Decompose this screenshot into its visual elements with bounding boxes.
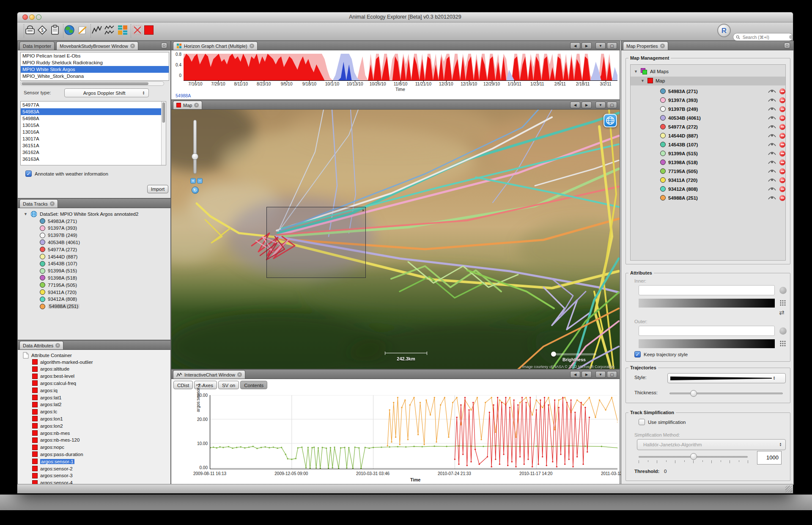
remove-layer-icon[interactable] (779, 142, 785, 148)
panel-minimize-button[interactable] (161, 43, 167, 48)
style-dropdown[interactable] (667, 373, 786, 383)
close-tab-icon[interactable] (660, 44, 665, 48)
attribute-list-item[interactable]: argos:lat2 (32, 402, 62, 407)
palette-grid-icon[interactable] (779, 300, 787, 306)
thickness-knob[interactable] (690, 390, 697, 397)
simplification-value-box[interactable]: 1000 (757, 451, 782, 465)
attribute-list-item[interactable]: argos:lc (32, 409, 57, 415)
title-bar[interactable]: Animal Ecology Explorer [Beta] v0.3 b201… (17, 12, 793, 22)
tab-map-properties[interactable]: Map Properties (623, 41, 668, 50)
attribute-list-item[interactable]: argos:sensor-2 (32, 466, 73, 471)
ichart-button-contents[interactable]: Contents (240, 381, 267, 389)
track-list-item[interactable]: 14543B (107) (40, 261, 77, 267)
visibility-eye-icon[interactable] (768, 159, 776, 167)
panel-menu-button[interactable] (595, 371, 606, 378)
attribute-list-item[interactable]: argos:lon1 (32, 416, 63, 421)
sensor-list-vscrollbar[interactable] (161, 102, 166, 165)
dataset-row[interactable]: DataSet: MPIO White Stork Argos annotate… (24, 211, 138, 217)
study-list[interactable]: MPIO Pelican Israel E-ObsMPIO Ruddy Shel… (20, 52, 169, 81)
all-maps-row[interactable]: All Maps (634, 68, 669, 75)
globe-icon[interactable] (63, 24, 75, 36)
map-management-item[interactable]: 93411A (720) (660, 177, 697, 183)
prev-view-button[interactable] (570, 371, 580, 378)
map-management-item[interactable]: 91397B (249) (660, 106, 698, 112)
visibility-eye-icon[interactable] (768, 97, 776, 104)
close-tab-icon[interactable] (194, 103, 199, 107)
remove-layer-icon[interactable] (779, 133, 785, 139)
attribute-list-item[interactable]: argos:nb-mes (32, 430, 70, 436)
tab-data-tracks[interactable]: Data Tracks (19, 199, 58, 208)
visibility-eye-icon[interactable] (768, 106, 776, 113)
sensor-list-item[interactable]: 13017A (21, 135, 166, 142)
close-tab-icon[interactable] (250, 44, 254, 48)
outer-attribute-field[interactable] (639, 326, 775, 336)
map-management-item[interactable]: 14544D (887) (660, 133, 698, 138)
next-view-button[interactable] (582, 42, 592, 49)
track-list-item[interactable]: 93412A (808) (40, 297, 77, 302)
map-view[interactable]: × + − ↻ 242.3km Brightness Image courtes… (171, 110, 620, 369)
attribute-list-item[interactable]: argos:sensor-3 (32, 473, 73, 478)
map-globe-button[interactable] (604, 114, 617, 127)
map-management-item[interactable]: 91398A (518) (660, 159, 698, 165)
attribute-list-item[interactable]: argos:best-level (32, 374, 74, 379)
remove-layer-icon[interactable] (779, 124, 785, 130)
remove-layer-icon[interactable] (779, 177, 785, 183)
disclosure-icon[interactable] (634, 69, 638, 74)
sensor-list[interactable]: 54977A54983A54988A13015A13016A13017A3615… (20, 101, 166, 165)
map-management-item[interactable]: 54977A (272) (660, 124, 698, 129)
attribute-list-item[interactable]: argos:nopc (32, 445, 64, 450)
tab-interactive-chart[interactable]: InteractiveChart Window (173, 370, 245, 379)
visibility-eye-icon[interactable] (768, 141, 776, 149)
keep-style-checkbox[interactable] (634, 351, 641, 357)
sensor-list-item[interactable]: 54977A (21, 102, 166, 108)
sensor-list-item[interactable]: 36162A (21, 149, 166, 156)
zoom-out-button[interactable]: − (197, 178, 203, 184)
panel-menu-button[interactable] (595, 102, 606, 108)
visibility-eye-icon[interactable] (768, 132, 776, 140)
map-management-item[interactable]: 54988A (251) (660, 195, 698, 201)
import-drawer-icon[interactable] (24, 24, 36, 36)
palette-grid-icon[interactable] (779, 340, 787, 347)
visibility-eye-icon[interactable] (768, 115, 776, 122)
track-list-item[interactable]: 54988A (251) (40, 304, 80, 309)
map-management-item[interactable]: 54983A (271) (660, 88, 698, 94)
visibility-eye-icon[interactable] (768, 195, 776, 202)
sensor-list-item[interactable]: 36151A (21, 142, 166, 149)
annotate-checkbox[interactable] (25, 170, 32, 177)
visibility-eye-icon[interactable] (768, 186, 776, 193)
ichart-button-cdist[interactable]: CDist (173, 381, 193, 389)
simplification-knob[interactable] (690, 453, 697, 460)
outer-color-button[interactable] (779, 327, 787, 335)
interactive-chart[interactable] (210, 395, 617, 469)
study-list-item[interactable]: MPIO White Stork Argos (21, 66, 169, 73)
sensor-list-item[interactable]: 54983A (21, 108, 166, 115)
visibility-eye-icon[interactable] (768, 177, 776, 184)
close-tab-icon[interactable] (237, 372, 242, 377)
visibility-eye-icon[interactable] (768, 150, 776, 158)
visibility-eye-icon[interactable] (768, 168, 776, 176)
remove-x-icon[interactable] (132, 24, 143, 36)
tag-icon[interactable]: $ (36, 24, 48, 36)
method-dropdown[interactable]: Halldór-Janetzko-Algorithm (637, 439, 786, 450)
panel-minimize-button[interactable] (784, 43, 790, 48)
recenter-button[interactable]: ↻ (192, 187, 199, 194)
brightness-slider[interactable] (554, 353, 596, 355)
sensor-type-dropdown[interactable]: Argos Doppler Shift (64, 88, 149, 97)
tab-movebank-browser[interactable]: MovebankStudyBrowser Window (56, 41, 138, 50)
maximize-panel-button[interactable] (607, 42, 617, 49)
remove-layer-icon[interactable] (779, 186, 785, 192)
disclosure-icon[interactable] (24, 212, 28, 216)
next-view-button[interactable] (582, 371, 592, 378)
attribute-list-item[interactable]: argos:altitude (32, 366, 69, 372)
attribute-list-item[interactable]: argos:pass-duration (32, 451, 83, 457)
sensor-list-item[interactable]: 36163A (21, 156, 166, 162)
attribute-container-row[interactable]: Attribute Container (23, 352, 72, 359)
color-swatch-icon[interactable] (144, 25, 154, 35)
attribute-list-item[interactable]: argos:nb-mes-120 (32, 437, 80, 443)
track-list-item[interactable]: 14544D (887) (40, 254, 77, 259)
zoom-in-button[interactable]: + (190, 178, 196, 184)
inner-color-button[interactable] (779, 287, 787, 294)
attribute-list-item[interactable]: argos:iq (32, 388, 58, 393)
tab-map[interactable]: Map (173, 101, 202, 109)
close-tab-icon[interactable] (130, 44, 135, 48)
